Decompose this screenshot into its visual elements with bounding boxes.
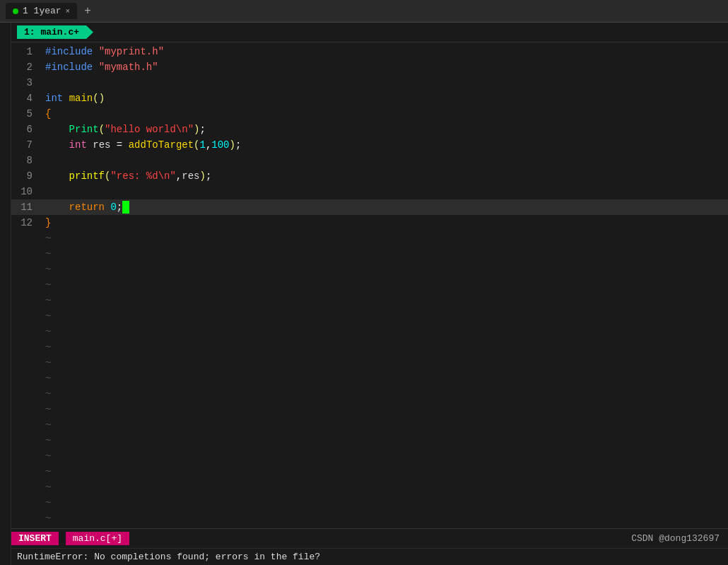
table-row: 9 printf("res: %d\n",res); <box>11 168 728 184</box>
tilde-line: ~ <box>11 231 728 246</box>
file-header: 1: main.c+ <box>11 23 728 42</box>
table-row: 7 int res = addToTarget(1,100); <box>11 137 728 153</box>
line-content: } <box>40 215 728 231</box>
line-content: return 0; <box>40 199 728 215</box>
main-container: 1: main.c+ 1 #include "myprint.h" 2 #inc… <box>0 23 728 565</box>
table-row: 2 #include "mymath.h" <box>11 59 728 75</box>
line-content <box>40 184 728 199</box>
tilde-line: ~ <box>11 464 728 479</box>
tilde-line: ~ <box>11 246 728 262</box>
tab-label: 1 1year <box>23 6 61 16</box>
editor-main: 1: main.c+ 1 #include "myprint.h" 2 #inc… <box>11 23 728 565</box>
cursor <box>122 201 129 214</box>
code-editor[interactable]: 1 #include "myprint.h" 2 #include "mymat… <box>11 42 728 528</box>
line-number: 3 <box>11 75 40 91</box>
table-row: 5 { <box>11 106 728 122</box>
tilde-line: ~ <box>11 308 728 324</box>
line-number: 1 <box>11 44 40 59</box>
line-number: 11 <box>11 199 40 215</box>
table-row: 4 int main() <box>11 91 728 106</box>
tilde-line: ~ <box>11 433 728 448</box>
tilde-line: ~ <box>11 495 728 511</box>
tilde-line: ~ <box>11 479 728 495</box>
tilde-line: ~ <box>11 339 728 355</box>
line-number: 4 <box>11 91 40 106</box>
file-header-label: 1: main.c+ <box>17 25 93 39</box>
tab-dot <box>13 8 18 14</box>
table-row: 1 #include "myprint.h" <box>11 44 728 59</box>
table-row: 6 Print("hello world\n"); <box>11 122 728 137</box>
bottom-message: RuntimeError: No completions found; erro… <box>11 548 728 565</box>
line-number: 6 <box>11 122 40 137</box>
line-content: printf("res: %d\n",res); <box>40 168 728 184</box>
table-row: 3 <box>11 75 728 91</box>
line-number: 8 <box>11 153 40 168</box>
tilde-line: ~ <box>11 371 728 386</box>
line-content: #include "mymath.h" <box>40 59 728 75</box>
tab-close-button[interactable]: × <box>66 7 71 16</box>
line-number: 2 <box>11 59 40 75</box>
tab[interactable]: 1 1year × <box>6 3 77 19</box>
tilde-line: ~ <box>11 293 728 308</box>
status-bar: INSERT main.c[+] CSDN @dong132697 <box>11 528 728 548</box>
tilde-line: ~ <box>11 355 728 371</box>
table-row: 12 } <box>11 215 728 231</box>
tilde-line: ~ <box>11 402 728 417</box>
line-content: Print("hello world\n"); <box>40 122 728 137</box>
bottom-message-text: RuntimeError: No completions found; erro… <box>17 552 320 562</box>
line-content: int res = addToTarget(1,100); <box>40 137 728 153</box>
tilde-line: ~ <box>11 277 728 293</box>
line-content <box>40 75 728 91</box>
line-content: #include "myprint.h" <box>40 44 728 59</box>
code-area[interactable]: 1 #include "myprint.h" 2 #include "mymat… <box>11 42 728 528</box>
line-number: 9 <box>11 168 40 184</box>
tilde-line: ~ <box>11 324 728 339</box>
table-row: 10 <box>11 184 728 199</box>
table-row: 8 <box>11 153 728 168</box>
tilde-line: ~ <box>11 417 728 433</box>
tilde-line: ~ <box>11 448 728 464</box>
line-content <box>40 153 728 168</box>
left-strip <box>0 23 11 565</box>
status-right: CSDN @dong132697 <box>631 533 728 544</box>
table-row: 11 return 0; <box>11 199 728 215</box>
line-number: 12 <box>11 215 40 231</box>
line-number: 10 <box>11 184 40 199</box>
file-badge: main.c[+] <box>66 532 129 545</box>
line-content: int main() <box>40 91 728 106</box>
mode-badge: INSERT <box>11 532 59 545</box>
tilde-line: ~ <box>11 262 728 277</box>
line-number: 7 <box>11 137 40 153</box>
title-bar: 1 1year × + <box>0 0 728 23</box>
line-content: { <box>40 106 728 122</box>
line-number: 5 <box>11 106 40 122</box>
tilde-line: ~ <box>11 386 728 402</box>
new-tab-button[interactable]: + <box>81 5 94 18</box>
tilde-line: ~ <box>11 511 728 526</box>
